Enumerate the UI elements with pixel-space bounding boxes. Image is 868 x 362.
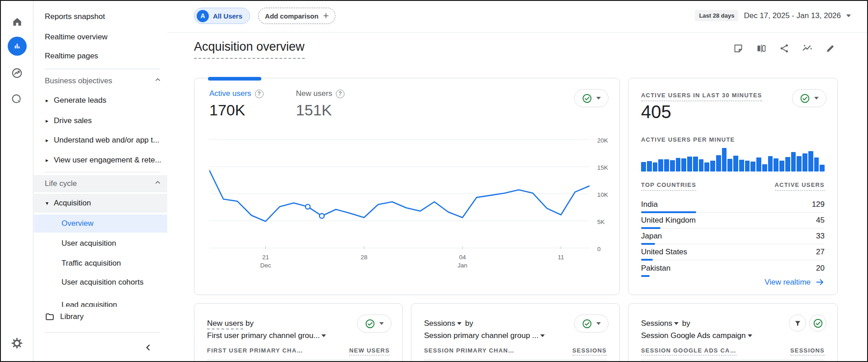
active-users-per-minute-chart[interactable] [641,147,825,171]
sidebar-item-user-acquisition[interactable]: User acquisition [34,234,167,252]
minute-bar [727,159,732,171]
help-icon[interactable]: ? [336,90,344,98]
sidebar-bottom: Library [34,307,167,361]
compare-reports-icon[interactable] [755,43,767,54]
check-circle-icon [813,318,823,329]
ga4-app: Reports snapshot Realtime overview Realt… [0,0,868,362]
card-dimension-line[interactable]: Session Google Ads campaign [641,329,754,342]
sidebar-item-generate-leads[interactable]: ▸Generate leads [34,91,167,110]
sidebar-item-reports-snapshot[interactable]: Reports snapshot [34,8,167,26]
minute-bar [785,157,790,171]
chevron-up-icon[interactable] [154,179,162,189]
minute-bar [641,162,646,171]
chevron-down-icon [540,334,545,337]
feedback-note-icon[interactable] [732,43,744,54]
funnel-icon [794,319,802,327]
dimension-column-header: SESSION GOOGLE ADS CA… [641,347,736,356]
explore-icon[interactable] [8,63,27,82]
advertising-icon[interactable] [8,90,27,109]
minute-bar [722,148,727,171]
sidebar-section-life-cycle[interactable]: Life cycle [34,175,167,192]
sidebar-item-library[interactable]: Library [34,308,167,326]
card-metric-line[interactable]: Sessions by [641,317,754,329]
minute-bar [687,157,692,171]
edit-pencil-icon[interactable] [825,43,836,54]
chevron-down-icon [321,334,326,337]
data-quality-button[interactable] [809,314,826,332]
minute-bar [745,161,750,171]
sidebar-item-overview-selected[interactable]: Overview [34,214,167,233]
chevron-down-icon [379,322,384,325]
minute-bar [739,160,744,171]
sidebar-item-lead-acquisition[interactable]: Lead acquisition [34,296,167,308]
minute-bar [756,157,761,171]
svg-text:21: 21 [262,254,269,261]
sidebar-item-view-user-engagement[interactable]: ▸View user engagement & rete... [34,151,167,169]
chevron-down-icon [457,322,462,325]
svg-text:11: 11 [558,254,564,261]
reports-icon[interactable] [8,37,27,56]
minute-bar [791,152,796,171]
home-icon[interactable] [8,12,27,31]
sidebar-item-understand-web-app[interactable]: ▸Understand web and/or app t... [34,131,167,149]
data-quality-dropdown[interactable] [574,314,609,333]
data-quality-dropdown[interactable] [792,89,826,107]
minute-bar [814,157,819,171]
metric-label[interactable]: Active users [209,89,251,98]
active-users-header: ACTIVE USERS [775,181,825,191]
insights-icon[interactable] [802,43,813,54]
minute-bar [779,161,784,171]
add-comparison-button[interactable]: Add comparison + [258,8,335,24]
metric-column-header: SESSIONS [572,347,607,356]
help-icon[interactable]: ? [255,90,264,98]
sidebar-divider [45,172,160,172]
view-realtime-link[interactable]: View realtime [764,277,825,287]
chevron-down-icon [596,97,601,100]
dimension-column-header: FIRST USER PRIMARY CHA… [207,347,303,356]
sidebar-divider [45,69,160,69]
sidebar-item-realtime-overview[interactable]: Realtime overview [34,28,167,46]
country-row[interactable]: United Kingdom45 [641,213,825,229]
data-quality-dropdown[interactable] [357,314,392,333]
sessions-by-channel-card: Sessions by Session primary channel grou… [411,303,620,362]
arrow-right-icon [815,277,825,287]
country-row[interactable]: Japan33 [641,229,825,244]
card-metric-line[interactable]: New users by [207,317,327,329]
report-action-icons [732,43,836,54]
minute-bar [768,156,773,171]
sidebar-section-business-objectives[interactable]: Business objectives [34,72,167,90]
data-quality-dropdown[interactable] [574,89,609,107]
minute-bar [733,156,738,171]
card-metric-line[interactable]: Sessions by [424,317,546,329]
active-users-line-chart[interactable]: 20K15K10K5K021Dec2804Jan11 [209,130,618,270]
settings-gear-icon[interactable] [8,333,27,352]
filter-button[interactable] [789,314,806,332]
sidebar-item-traffic-acquisition[interactable]: Traffic acquisition [34,254,167,272]
country-row[interactable]: India129 [641,197,825,213]
date-range-picker[interactable]: Last 28 days Dec 17, 2025 - Jan 13, 2026 [695,10,851,21]
check-circle-icon [582,93,592,104]
card-dimension-line[interactable]: First user primary channel grou... [207,329,327,342]
share-icon[interactable] [778,43,790,54]
sidebar-item-realtime-pages[interactable]: Realtime pages [34,47,167,65]
plus-icon: + [323,11,329,21]
check-circle-icon [365,319,375,329]
realtime-card: ACTIVE USERS IN LAST 30 MINUTES 405 ACTI… [628,78,838,295]
svg-text:Dec: Dec [260,262,271,269]
all-users-chip[interactable]: A All Users [194,8,250,24]
active-users-30min-value: 405 [641,102,671,122]
minute-bar [802,153,807,171]
chevron-up-icon[interactable] [154,76,162,86]
metric-value: 151K [296,101,344,119]
check-circle-icon [582,319,592,329]
metric-label[interactable]: New users [296,89,332,98]
sidebar: Reports snapshot Realtime overview Realt… [34,1,167,361]
minute-bar [797,156,802,171]
sidebar-item-acquisition[interactable]: ▾Acquisition [34,194,167,213]
collapse-sidebar-button[interactable] [141,340,156,355]
country-row[interactable]: United States27 [641,244,825,260]
country-row[interactable]: Pakistan20 [641,260,825,276]
sidebar-item-drive-sales[interactable]: ▸Drive sales [34,112,167,130]
card-dimension-line[interactable]: Session primary channel group ... [424,329,546,342]
sidebar-item-user-acquisition-cohorts[interactable]: User acquisition cohorts [34,273,167,291]
